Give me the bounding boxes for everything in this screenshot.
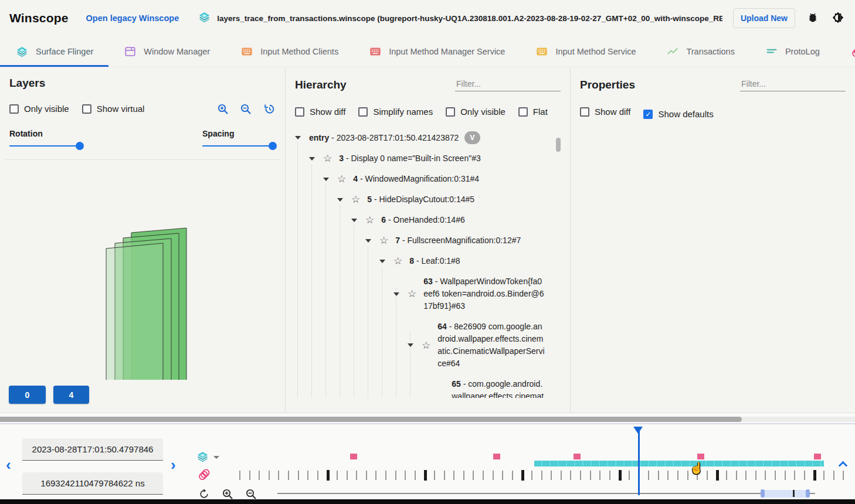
timeline-range-track[interactable] [277,493,815,494]
collapse-caret-icon[interactable] [365,239,371,243]
rotation-slider-track[interactable] [9,142,83,150]
star-icon[interactable]: ☆ [408,289,416,299]
collapse-caret-icon[interactable] [337,198,343,202]
star-icon[interactable]: ☆ [323,154,332,164]
tree-node-65[interactable]: ☆65 - com.google.android.wallpaper.effec… [295,374,545,397]
rotation-slider-thumb[interactable] [76,142,84,150]
tree-node-4[interactable]: ☆4 - WindowedMagnification:0:31#4 [295,169,545,189]
collapse-caret-icon[interactable] [309,157,315,161]
unchecked-checkbox-icon[interactable] [580,107,589,117]
unchecked-checkbox-icon[interactable] [358,107,368,117]
collapse-caret-icon[interactable] [379,260,385,263]
collapse-caret-icon[interactable] [408,343,413,347]
star-icon[interactable]: ☆ [422,340,430,350]
dark-mode-toggle[interactable] [830,10,846,27]
unchecked-checkbox-icon[interactable] [295,107,304,117]
star-icon[interactable]: ☆ [337,174,346,184]
timeline-scrollbar-thumb[interactable] [0,417,742,422]
checkbox-simplify-names[interactable]: Simplify names [358,107,433,117]
checkbox-only-visible[interactable]: Only visible [9,104,69,114]
transition-marker[interactable] [493,454,500,459]
checkbox-only-visible[interactable]: Only visible [446,107,505,117]
transition-marker[interactable] [350,454,357,459]
ruler-major-tick [619,470,622,481]
timeline-zoom-in-button[interactable] [222,488,234,502]
upload-new-button[interactable]: Upload New [733,8,795,28]
layers-zoom-in-button[interactable] [217,103,229,117]
tree-node-6[interactable]: ☆6 - OneHanded:0:14#6 [295,210,545,230]
tree-node-63[interactable]: ☆63 - WallpaperWindowToken{fa0eef6 token… [295,271,545,316]
layers-reset-view-button[interactable] [263,103,276,117]
hierarchy-scrollbar[interactable] [556,138,561,152]
timeline-zoom-out-button[interactable] [245,488,257,502]
collapse-caret-icon[interactable] [323,178,329,181]
tree-node-8[interactable]: ☆8 - Leaf:0:1#8 [295,251,545,271]
tab-protolog[interactable]: ProtoLog [750,36,835,67]
checkbox-show-defaults[interactable]: ✓Show defaults [643,109,713,119]
display-group-button-0[interactable]: 0 [9,386,46,404]
transition-marker[interactable] [814,454,821,459]
open-legacy-winscope-link[interactable]: Open legacy Winscope [86,13,179,23]
timeline-cursor-line[interactable] [638,427,640,495]
surface-flinger-trace-icon[interactable] [196,450,209,464]
checkbox-show-diff[interactable]: Show diff [580,107,630,117]
collapse-caret-icon[interactable] [351,219,357,222]
previous-entry-button[interactable]: ‹ [6,457,11,472]
checkbox-show-virtual[interactable]: Show virtual [82,104,145,114]
timeline-cursor-flag[interactable] [633,427,643,434]
sf-trace-coverage-bar[interactable] [534,461,824,466]
hierarchy-panel: Hierarchy Show diffSimplify namesOnly vi… [285,67,570,413]
checkbox-label: Flat [533,107,548,117]
collapse-caret-icon[interactable] [295,136,301,139]
tab-input-method-clients[interactable]: Input Method Clients [225,36,354,67]
ruler-tick [239,471,240,480]
rotation-slider: Rotation [9,129,83,150]
transition-marker[interactable] [574,454,581,459]
unchecked-checkbox-icon[interactable] [82,104,91,114]
tree-node-entry[interactable]: entry - 2023-08-28T17:01:50.421423872V [295,127,545,149]
timeline-refresh-button[interactable] [198,488,210,502]
tree-node-7[interactable]: ☆7 - FullscreenMagnification:0:12#7 [295,230,545,251]
unchecked-checkbox-icon[interactable] [446,107,455,117]
properties-filter-input[interactable] [740,77,846,91]
expand-timeline-button[interactable] [839,461,848,471]
timeline: ‹ › ☝ [0,413,855,499]
star-icon[interactable]: ☆ [393,256,402,266]
tree-node-64[interactable]: ☆64 - 8e26909 com.google.android.wallpap… [295,316,545,374]
tab-transactions[interactable]: Transactions [651,36,749,67]
tab-window-manager[interactable]: Window Manager [108,36,225,67]
star-icon[interactable]: ☆ [351,195,360,205]
spacing-slider-track[interactable] [202,142,276,150]
tab-tra[interactable]: Tra [835,36,855,67]
tree-node-5[interactable]: ☆5 - HideDisplayCutout:0:14#5 [295,189,545,210]
tree-node-3[interactable]: ☆3 - Display 0 name="Built-in Screen"#3 [295,148,545,169]
report-bug-button[interactable] [806,11,820,26]
tree-node-label: entry - 2023-08-28T17:01:50.421423872V [309,131,480,145]
timestamp-input[interactable] [22,438,163,461]
hierarchy-filter-input[interactable] [455,77,561,91]
star-icon[interactable]: ☆ [365,215,374,225]
transitions-trace-icon[interactable] [197,468,212,482]
checkbox-show-diff[interactable]: Show diff [295,107,345,117]
tab-input-method-manager-service[interactable]: Input Method Manager Service [354,36,520,67]
trace-selector-caret-icon[interactable] [213,456,219,459]
range-handle-left[interactable] [761,489,765,498]
tab-surface-flinger[interactable]: Surface Flinger [0,36,108,67]
spacing-slider-thumb[interactable] [269,142,277,150]
star-icon[interactable]: ☆ [379,236,388,246]
layers-3d-view[interactable]: ScreenDecorHwcOverlay#62 NavigationBar0#… [0,160,285,380]
display-group-button-4[interactable]: 4 [53,386,89,404]
timestamp-ns-input[interactable] [22,472,163,495]
tab-input-method-service[interactable]: Input Method Service [520,36,651,67]
checkbox-flat[interactable]: Flat [518,107,548,117]
range-handle-right[interactable] [806,489,810,498]
ruler-tick [366,471,367,480]
transition-marker[interactable] [697,454,704,459]
unchecked-checkbox-icon[interactable] [518,107,528,117]
collapse-caret-icon[interactable] [393,292,399,296]
timeline-range-selection[interactable] [762,490,808,498]
next-entry-button[interactable]: › [171,457,176,472]
unchecked-checkbox-icon[interactable] [9,104,19,114]
layers-zoom-out-button[interactable] [240,103,252,117]
checked-checkbox-icon[interactable]: ✓ [643,110,653,119]
